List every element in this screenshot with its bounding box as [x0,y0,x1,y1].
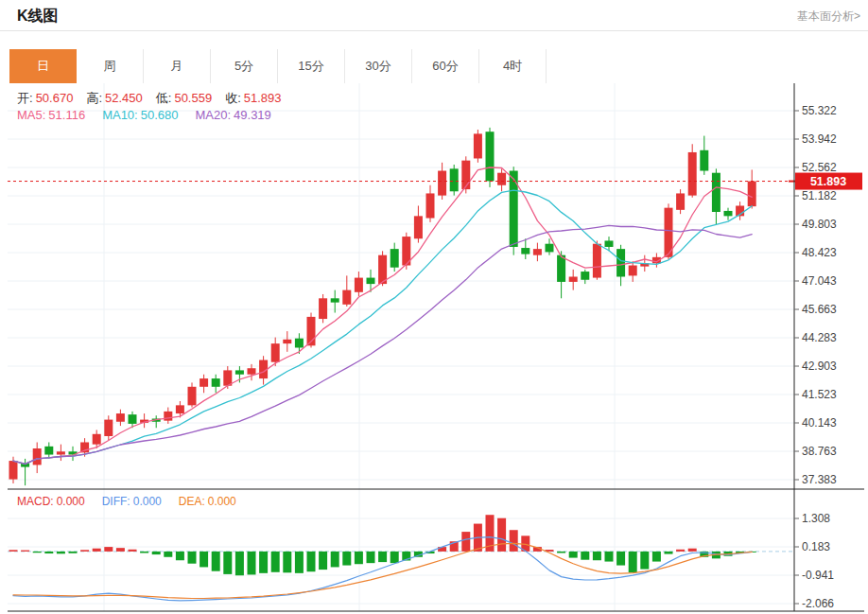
dea-label: DEA: [179,495,205,508]
tab-period-7[interactable]: 4时 [479,49,547,83]
y-axis-label: 52.562 [802,161,837,174]
ma-legend: MA5:51.116 MA10:50.680 MA20:49.319 [17,108,271,122]
tab-period-0[interactable]: 日 [9,49,77,83]
y-axis-label: 53.942 [802,132,837,146]
y-axis-label: 41.523 [802,388,837,401]
kline-chart-canvas[interactable]: 51.89355.32253.94252.56251.18249.80348.4… [0,83,868,614]
ma5-value: 51.116 [48,108,85,122]
page-title: K线图 [17,7,59,26]
low-label: 低: [156,91,172,105]
tab-period-4[interactable]: 15分 [278,49,345,83]
y-axis-label: 0.183 [802,540,830,553]
open-value: 50.670 [36,91,74,105]
open-label: 开: [17,91,33,105]
high-label: 高: [86,91,102,105]
header-divider [0,30,868,31]
tab-period-1[interactable]: 周 [77,49,144,83]
y-axis-label: 37.383 [802,473,837,486]
y-axis-label: 44.283 [802,331,837,344]
tab-period-6[interactable]: 60分 [412,49,479,83]
y-axis-label: 42.903 [802,360,837,373]
tab-period-2[interactable]: 月 [144,49,211,83]
ma10-value: 50.680 [141,108,179,122]
ma20-label: MA20: [195,108,231,122]
low-value: 50.559 [174,91,212,105]
high-value: 52.450 [105,91,143,105]
ma10-label: MA10: [102,108,138,122]
macd-legend: MACD:0.000 DIFF:0.000 DEA:0.000 [17,495,236,508]
close-value: 51.893 [244,91,282,105]
period-tab-bar: 日周月5分15分30分60分4时 [9,49,547,83]
diff-value: 0.000 [133,495,162,508]
diff-label: DIFF: [102,495,130,508]
fundamental-analysis-link[interactable]: 基本面分析> [797,9,860,25]
y-axis-label: 45.663 [802,303,837,316]
y-axis-label: -2.066 [802,597,834,610]
y-axis-label: 48.423 [802,246,837,259]
kline-page: { "header": { "title": "K线图", "link": "基… [0,0,868,614]
macd-value: 0.000 [57,495,85,508]
tab-period-3[interactable]: 5分 [211,49,278,83]
y-axis-label: 51.182 [802,189,837,202]
macd-label: MACD: [17,495,54,508]
ma5-label: MA5: [17,108,45,122]
y-axis-label: 38.763 [802,445,837,458]
dea-value: 0.000 [208,495,236,508]
tab-period-5[interactable]: 30分 [345,49,412,83]
svg-text:51.893: 51.893 [810,175,846,188]
y-axis-label: 47.043 [802,274,837,288]
close-label: 收: [225,91,241,105]
ohlc-legend: 开:50.670 高:52.450 低:50.559 收:51.893 [17,90,282,107]
y-axis-label: 55.322 [802,104,837,117]
y-axis-label: 1.308 [802,512,830,525]
y-axis-label: 40.143 [802,416,837,430]
ma20-value: 49.319 [234,108,271,122]
y-axis-label: 49.803 [802,218,837,231]
y-axis-label: -0.941 [802,569,834,582]
